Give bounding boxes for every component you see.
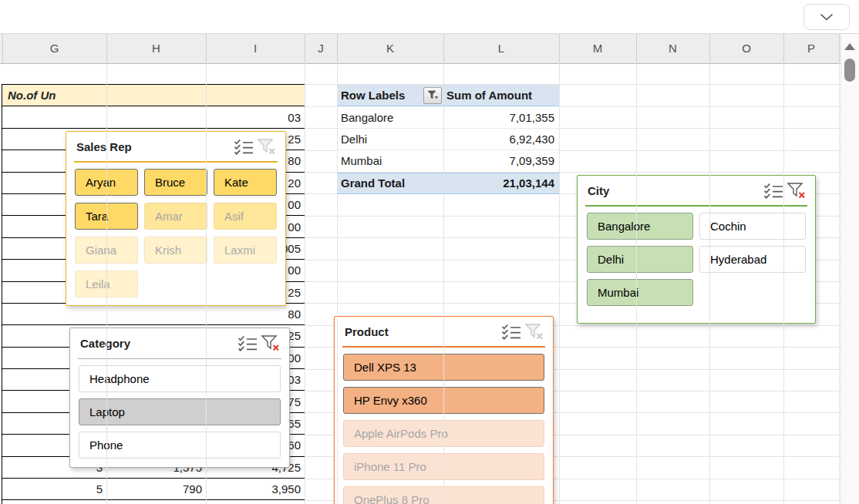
clear-filter-button[interactable] <box>255 137 278 156</box>
clear-filter-button[interactable] <box>785 181 808 200</box>
table-row: 57903,950 <box>2 479 305 500</box>
row-labels-filter-button[interactable] <box>423 87 442 104</box>
pivot-row-delhi[interactable]: Delhi6,92,430 <box>337 129 559 150</box>
grand-total-value: 21,03,144 <box>443 176 559 190</box>
pivot-table: Row LabelsSum of AmountBangalore7,01,355… <box>337 85 559 194</box>
gridline <box>839 63 840 504</box>
gridline <box>559 63 560 504</box>
slicer-city: CityBangaloreCochinDelhiHyderabadMumbai <box>577 175 816 324</box>
table-cell[interactable]: 03 <box>207 106 305 128</box>
column-header-band: GHIJKLMNOP <box>0 34 840 64</box>
table-cell[interactable] <box>2 106 107 128</box>
slicer-title: Product <box>345 325 500 338</box>
multi-select-button[interactable] <box>500 322 523 341</box>
slicer-item-bangalore[interactable]: Bangalore <box>587 213 693 240</box>
table-cell[interactable]: 3,950 <box>207 479 305 500</box>
scroll-up-arrow-icon[interactable] <box>844 43 855 50</box>
table-cell[interactable] <box>2 303 107 324</box>
pivot-grand-total-row[interactable]: Grand Total21,03,144 <box>337 173 559 194</box>
pivot-header-row: Row LabelsSum of Amount <box>337 85 559 106</box>
clear-filter-button[interactable] <box>523 322 546 341</box>
column-header-O[interactable]: O <box>742 34 751 63</box>
table-cell[interactable] <box>2 500 107 504</box>
funnel-filter-icon <box>427 90 439 100</box>
pivot-row-label: Mumbai <box>337 154 443 167</box>
slicer-item-hyderabad[interactable]: Hyderabad <box>699 246 806 273</box>
column-divider <box>2 34 3 63</box>
column-header-H[interactable]: H <box>152 34 160 63</box>
column-divider <box>559 34 560 63</box>
clear-filter-icon <box>261 334 281 351</box>
multi-select-icon <box>237 335 258 351</box>
column-header-N[interactable]: N <box>669 34 677 63</box>
slicer-item-laptop[interactable]: Laptop <box>79 398 281 425</box>
gridline <box>106 63 107 504</box>
pivot-row-labels-header: Row Labels <box>341 89 405 102</box>
table-cell[interactable]: 80 <box>207 303 305 324</box>
slicer-item-cochin[interactable]: Cochin <box>699 213 806 240</box>
pivot-row-bangalore[interactable]: Bangalore7,01,355 <box>337 106 559 128</box>
slicer-item-kate[interactable]: Kate <box>214 169 277 196</box>
multi-select-button[interactable] <box>236 334 259 352</box>
column-divider <box>305 34 305 63</box>
table-cell[interactable] <box>107 303 207 324</box>
slicer-header: City <box>578 176 815 205</box>
clear-filter-icon <box>524 323 544 340</box>
slicer-items: BangaloreCochinDelhiHyderabadMumbai <box>578 207 815 306</box>
column-header-L[interactable]: L <box>498 34 504 63</box>
slicer-item-phone[interactable]: Phone <box>79 432 281 459</box>
column-divider <box>709 34 710 63</box>
slicer-sales-rep: Sales RepAryanBruceKateTaraAmarAsifGiana… <box>66 131 286 306</box>
clear-filter-button[interactable] <box>259 334 282 352</box>
slicer-item-laxmi[interactable]: Laxmi <box>214 237 277 264</box>
table-row: 80 <box>2 303 305 324</box>
slicer-item-bruce[interactable]: Bruce <box>144 169 207 196</box>
table-cell[interactable]: 5 <box>2 479 107 500</box>
column-header-P[interactable]: P <box>807 34 815 63</box>
table-header-no-of-units[interactable]: No.of Un <box>2 85 305 106</box>
multi-select-button[interactable] <box>232 137 255 156</box>
gridline <box>337 63 338 504</box>
slicer-item-asif[interactable]: Asif <box>214 203 277 230</box>
multi-select-button[interactable] <box>762 181 785 200</box>
column-header-K[interactable]: K <box>386 34 394 63</box>
scrollbar-thumb[interactable] <box>844 59 855 82</box>
pivot-row-mumbai[interactable]: Mumbai7,09,359 <box>337 150 559 172</box>
slicer-items: AryanBruceKateTaraAmarAsifGianaKrishLaxm… <box>66 163 285 297</box>
clear-filter-icon <box>787 182 807 199</box>
slicer-category: CategoryHeadphoneLaptopPhone <box>69 328 290 468</box>
column-divider <box>106 34 107 63</box>
column-divider <box>443 34 444 63</box>
slicer-item-mumbai[interactable]: Mumbai <box>587 279 693 306</box>
column-header-M[interactable]: M <box>593 34 603 63</box>
pivot-value-header: Sum of Amount <box>443 89 559 102</box>
column-header-J[interactable]: J <box>318 34 324 63</box>
pivot-row-label: Bangalore <box>337 111 443 124</box>
gridline <box>443 63 444 504</box>
slicer-item-krish[interactable]: Krish <box>144 237 207 264</box>
vertical-scrollbar[interactable] <box>840 34 859 504</box>
pivot-row-value: 6,92,430 <box>443 133 559 146</box>
slicer-item-amar[interactable]: Amar <box>144 203 207 230</box>
column-divider <box>337 34 338 63</box>
table-cell[interactable] <box>207 500 305 504</box>
column-header-I[interactable]: I <box>254 34 257 63</box>
table-cell[interactable] <box>107 500 207 504</box>
sheet-grid: No.of Un03258020000052,00110,00500258025… <box>0 63 840 504</box>
column-header-G[interactable]: G <box>50 34 59 63</box>
ribbon-expand-button[interactable] <box>803 4 850 30</box>
gridline <box>783 63 784 504</box>
multi-select-icon <box>234 139 254 155</box>
table-cell[interactable] <box>107 106 207 128</box>
slicer-title: Category <box>80 337 236 350</box>
slicer-title: City <box>588 184 762 197</box>
slicer-title: Sales Rep <box>76 140 232 153</box>
slicer-item-headphone[interactable]: Headphone <box>79 365 281 392</box>
table-row: 03 <box>2 106 305 128</box>
column-divider <box>636 34 637 63</box>
column-divider <box>783 34 784 63</box>
slicer-items: HeadphoneLaptopPhone <box>70 359 289 459</box>
pivot-row-value: 7,09,359 <box>443 154 559 167</box>
slicer-item-delhi[interactable]: Delhi <box>587 246 693 273</box>
table-cell[interactable]: 790 <box>107 479 207 500</box>
